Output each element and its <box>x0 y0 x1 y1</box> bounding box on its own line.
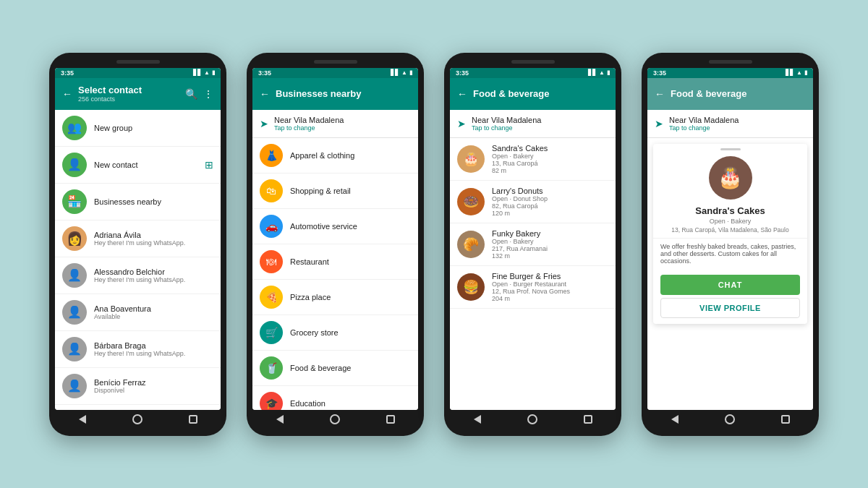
app-bar-title-2: Businesses nearby <box>276 88 411 99</box>
back-nav-3[interactable] <box>472 414 483 425</box>
back-nav-1[interactable] <box>77 414 88 425</box>
qr-icon: ⊞ <box>205 159 213 171</box>
name-ana: Ana Boaventura <box>94 304 151 313</box>
home-nav-3[interactable] <box>527 414 538 425</box>
contact-barbara[interactable]: 👤 Bárbara Braga Hey there! I'm using Wha… <box>55 331 221 368</box>
nav-bar-3 <box>450 410 616 429</box>
chat-button[interactable]: CHAT <box>660 275 800 295</box>
back-nav-2[interactable] <box>274 414 286 425</box>
time-4: 3:35 <box>653 69 666 77</box>
dist-funky: 132 m <box>492 252 548 260</box>
category-food[interactable]: 🥤 Food & beverage <box>252 351 418 386</box>
screen-title-1: Select contact <box>78 85 179 95</box>
home-nav-2[interactable] <box>329 414 341 425</box>
location-info-4: Near Vila Madalena Tap to change <box>669 116 739 132</box>
recent-nav-2[interactable] <box>385 414 396 425</box>
view-profile-button[interactable]: VIEW PROFILE <box>660 298 800 318</box>
phone-4: 3:35 ▋▋ ▲ ▮ ← Food & beverage ➤ Near Vil… <box>642 53 819 436</box>
business-funky[interactable]: 🥐 Funky Bakery Open · Bakery 217, Rua Ar… <box>450 223 616 266</box>
status-bar-1: 3:35 ▋▋ ▲ ▮ <box>55 68 221 78</box>
location-icon-2: ➤ <box>260 118 268 129</box>
phone-speaker-1 <box>116 60 160 64</box>
info-adriana: Adriana Ávila Hey there! I'm using Whats… <box>94 231 185 247</box>
drag-handle <box>720 148 741 150</box>
screen-title-4: Food & beverage <box>671 88 806 99</box>
status-bar-2: 3:35 ▋▋ ▲ ▮ <box>252 68 418 78</box>
recent-nav-1[interactable] <box>187 414 199 425</box>
battery-icon-1: ▮ <box>212 69 215 76</box>
location-icon-3: ➤ <box>457 118 466 129</box>
location-bar-3[interactable]: ➤ Near Vila Madalena Tap to change <box>450 110 616 138</box>
dist-larrys: 120 m <box>492 210 548 217</box>
app-bar-title-4: Food & beverage <box>671 88 806 99</box>
location-icon-4: ➤ <box>655 118 663 129</box>
battery-3: ▮ <box>607 69 610 76</box>
back-icon-3[interactable]: ← <box>457 88 467 100</box>
businesses-nearby-item[interactable]: 🏪 Businesses nearby <box>55 184 221 221</box>
recent-nav-4[interactable] <box>780 414 791 425</box>
back-icon-4[interactable]: ← <box>655 88 665 100</box>
business-larrys[interactable]: 🍩 Larry's Donuts Open · Donut Shop 82, R… <box>450 181 616 223</box>
contact-adriana[interactable]: 👩 Adriana Ávila Hey there! I'm using Wha… <box>55 221 221 257</box>
search-icon-1[interactable]: 🔍 <box>185 88 197 100</box>
category-apparel[interactable]: 👗 Apparel & clothing <box>252 138 418 174</box>
back-nav-4[interactable] <box>669 414 681 425</box>
home-nav-4[interactable] <box>724 414 736 425</box>
screen-title-3: Food & beverage <box>473 88 608 99</box>
food-label: Food & beverage <box>290 364 351 372</box>
more-icon-1[interactable]: ⋮ <box>203 88 213 100</box>
addr-larrys: 82, Rua Caropá <box>492 202 548 210</box>
signal-3: ▋▋ <box>588 69 597 76</box>
screen-title-2: Businesses nearby <box>276 88 411 99</box>
app-bar-3: ← Food & beverage <box>450 78 616 110</box>
signal-4: ▋▋ <box>786 69 794 76</box>
info-sandras: Sandra's Cakes Open · Bakery 13, Rua Car… <box>492 144 548 174</box>
business-burger[interactable]: 🍔 Fine Burger & Fries Open · Burger Rest… <box>450 266 616 309</box>
recent-nav-3[interactable] <box>582 414 594 425</box>
grocery-label: Grocery store <box>290 328 339 337</box>
addr-sandras: 13, Rua Caropá <box>492 160 548 167</box>
dist-burger: 204 m <box>492 295 570 302</box>
category-shopping[interactable]: 🛍 Shopping & retail <box>252 174 418 209</box>
avatar-alessandro: 👤 <box>62 263 87 288</box>
category-restaurant[interactable]: 🍽 Restaurant <box>252 244 418 280</box>
businesses-label: Businesses nearby <box>94 197 161 206</box>
contact-ana[interactable]: 👤 Ana Boaventura Available <box>55 294 221 331</box>
new-group-item[interactable]: 👥 New group <box>55 110 221 147</box>
restaurant-icon: 🍽 <box>260 250 283 273</box>
avatar-burger: 🍔 <box>457 273 485 301</box>
app-bar-4: ← Food & beverage <box>647 78 813 110</box>
detail-card: 🎂 Sandra's Cakes Open · Bakery 13, Rua C… <box>653 144 807 324</box>
phone-speaker-3 <box>511 60 555 64</box>
new-contact-label: New contact <box>94 160 138 169</box>
wifi-4: ▲ <box>796 69 802 76</box>
app-bar-icons-1: 🔍 ⋮ <box>185 88 213 100</box>
contact-benicio[interactable]: 👤 Benício Ferraz Disponível <box>55 368 221 405</box>
contact-alessandro[interactable]: 👤 Alessandro Belchior Hey there! I'm usi… <box>55 257 221 294</box>
back-icon-2[interactable]: ← <box>260 88 270 100</box>
status-benicio: Disponível <box>94 387 146 394</box>
category-education[interactable]: 🎓 Education <box>252 386 418 410</box>
detail-description: We offer freshly baked breads, cakes, pa… <box>653 238 807 269</box>
type-larrys: Open · Donut Shop <box>492 195 548 202</box>
pizza-icon: 🍕 <box>260 286 283 309</box>
type-burger: Open · Burger Restaurant <box>492 281 570 288</box>
home-nav-1[interactable] <box>132 414 143 425</box>
location-bar-4[interactable]: ➤ Near Vila Madalena Tap to change <box>647 110 813 138</box>
category-pizza[interactable]: 🍕 Pizza place <box>252 280 418 315</box>
category-grocery[interactable]: 🛒 Grocery store <box>252 315 418 351</box>
business-sandras[interactable]: 🎂 Sandra's Cakes Open · Bakery 13, Rua C… <box>450 138 616 181</box>
location-bar-2[interactable]: ➤ Near Vila Madalena Tap to change <box>252 110 418 138</box>
name-sandras: Sandra's Cakes <box>492 144 548 153</box>
contact-douglas[interactable]: 👨 Douglas ✌ <box>55 405 221 410</box>
nav-bar-1 <box>55 410 221 429</box>
back-icon-1[interactable]: ← <box>62 88 72 100</box>
new-contact-item[interactable]: 👤 New contact ⊞ <box>55 147 221 184</box>
screen-subtitle-1: 256 contacts <box>78 95 179 103</box>
businesses-info: Businesses nearby <box>94 197 161 206</box>
status-bar-3: 3:35 ▋▋ ▲ ▮ <box>450 68 616 78</box>
category-auto[interactable]: 🚗 Automotive service <box>252 209 418 244</box>
apparel-label: Apparel & clothing <box>290 151 354 160</box>
detail-avatar: 🎂 <box>709 156 752 200</box>
status-alessandro: Hey there! I'm using WhatsApp. <box>94 276 185 283</box>
